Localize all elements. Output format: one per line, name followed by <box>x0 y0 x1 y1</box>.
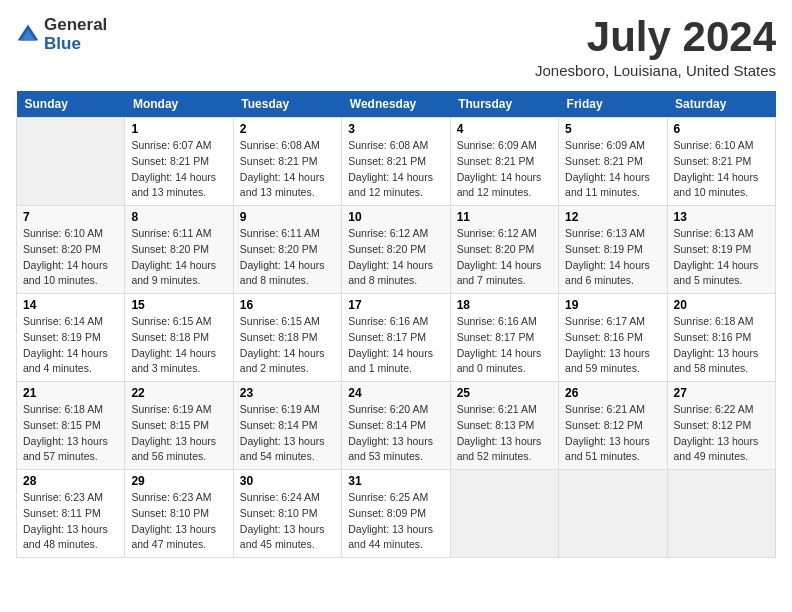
header-thursday: Thursday <box>450 91 558 118</box>
page-header: General Blue July 2024 Jonesboro, Louisi… <box>16 16 776 79</box>
day-number: 24 <box>348 386 443 400</box>
day-info: Sunrise: 6:09 AM Sunset: 8:21 PM Dayligh… <box>565 138 660 201</box>
calendar-cell <box>17 118 125 206</box>
day-number: 23 <box>240 386 335 400</box>
calendar-cell: 9Sunrise: 6:11 AM Sunset: 8:20 PM Daylig… <box>233 206 341 294</box>
calendar-cell: 21Sunrise: 6:18 AM Sunset: 8:15 PM Dayli… <box>17 382 125 470</box>
day-number: 28 <box>23 474 118 488</box>
calendar-cell: 19Sunrise: 6:17 AM Sunset: 8:16 PM Dayli… <box>559 294 667 382</box>
header-tuesday: Tuesday <box>233 91 341 118</box>
calendar-cell: 8Sunrise: 6:11 AM Sunset: 8:20 PM Daylig… <box>125 206 233 294</box>
day-info: Sunrise: 6:19 AM Sunset: 8:14 PM Dayligh… <box>240 402 335 465</box>
calendar-cell: 14Sunrise: 6:14 AM Sunset: 8:19 PM Dayli… <box>17 294 125 382</box>
day-number: 15 <box>131 298 226 312</box>
day-info: Sunrise: 6:15 AM Sunset: 8:18 PM Dayligh… <box>131 314 226 377</box>
day-number: 3 <box>348 122 443 136</box>
day-info: Sunrise: 6:09 AM Sunset: 8:21 PM Dayligh… <box>457 138 552 201</box>
calendar-cell: 24Sunrise: 6:20 AM Sunset: 8:14 PM Dayli… <box>342 382 450 470</box>
day-number: 17 <box>348 298 443 312</box>
day-number: 29 <box>131 474 226 488</box>
day-info: Sunrise: 6:20 AM Sunset: 8:14 PM Dayligh… <box>348 402 443 465</box>
header-saturday: Saturday <box>667 91 775 118</box>
logo-text: General Blue <box>44 16 107 53</box>
calendar-cell: 27Sunrise: 6:22 AM Sunset: 8:12 PM Dayli… <box>667 382 775 470</box>
week-row-1: 7Sunrise: 6:10 AM Sunset: 8:20 PM Daylig… <box>17 206 776 294</box>
day-info: Sunrise: 6:13 AM Sunset: 8:19 PM Dayligh… <box>565 226 660 289</box>
calendar-cell: 15Sunrise: 6:15 AM Sunset: 8:18 PM Dayli… <box>125 294 233 382</box>
day-info: Sunrise: 6:08 AM Sunset: 8:21 PM Dayligh… <box>240 138 335 201</box>
calendar-cell: 31Sunrise: 6:25 AM Sunset: 8:09 PM Dayli… <box>342 470 450 558</box>
day-info: Sunrise: 6:12 AM Sunset: 8:20 PM Dayligh… <box>457 226 552 289</box>
calendar-cell: 4Sunrise: 6:09 AM Sunset: 8:21 PM Daylig… <box>450 118 558 206</box>
calendar-cell: 17Sunrise: 6:16 AM Sunset: 8:17 PM Dayli… <box>342 294 450 382</box>
day-number: 12 <box>565 210 660 224</box>
day-number: 27 <box>674 386 769 400</box>
logo-blue: Blue <box>44 35 107 54</box>
title-area: July 2024 Jonesboro, Louisiana, United S… <box>535 16 776 79</box>
day-info: Sunrise: 6:21 AM Sunset: 8:12 PM Dayligh… <box>565 402 660 465</box>
day-number: 16 <box>240 298 335 312</box>
calendar-table: SundayMondayTuesdayWednesdayThursdayFrid… <box>16 91 776 558</box>
calendar-cell: 6Sunrise: 6:10 AM Sunset: 8:21 PM Daylig… <box>667 118 775 206</box>
calendar-cell: 13Sunrise: 6:13 AM Sunset: 8:19 PM Dayli… <box>667 206 775 294</box>
day-number: 1 <box>131 122 226 136</box>
day-info: Sunrise: 6:15 AM Sunset: 8:18 PM Dayligh… <box>240 314 335 377</box>
calendar-cell: 2Sunrise: 6:08 AM Sunset: 8:21 PM Daylig… <box>233 118 341 206</box>
logo-icon <box>16 23 40 47</box>
day-number: 8 <box>131 210 226 224</box>
day-number: 9 <box>240 210 335 224</box>
day-info: Sunrise: 6:13 AM Sunset: 8:19 PM Dayligh… <box>674 226 769 289</box>
day-number: 19 <box>565 298 660 312</box>
calendar-cell: 22Sunrise: 6:19 AM Sunset: 8:15 PM Dayli… <box>125 382 233 470</box>
day-info: Sunrise: 6:10 AM Sunset: 8:20 PM Dayligh… <box>23 226 118 289</box>
day-number: 18 <box>457 298 552 312</box>
calendar-cell <box>667 470 775 558</box>
day-info: Sunrise: 6:23 AM Sunset: 8:11 PM Dayligh… <box>23 490 118 553</box>
subtitle: Jonesboro, Louisiana, United States <box>535 62 776 79</box>
day-number: 10 <box>348 210 443 224</box>
day-number: 14 <box>23 298 118 312</box>
header-monday: Monday <box>125 91 233 118</box>
day-info: Sunrise: 6:18 AM Sunset: 8:15 PM Dayligh… <box>23 402 118 465</box>
day-info: Sunrise: 6:08 AM Sunset: 8:21 PM Dayligh… <box>348 138 443 201</box>
week-row-0: 1Sunrise: 6:07 AM Sunset: 8:21 PM Daylig… <box>17 118 776 206</box>
day-number: 5 <box>565 122 660 136</box>
day-number: 21 <box>23 386 118 400</box>
calendar-cell: 1Sunrise: 6:07 AM Sunset: 8:21 PM Daylig… <box>125 118 233 206</box>
day-number: 7 <box>23 210 118 224</box>
day-info: Sunrise: 6:23 AM Sunset: 8:10 PM Dayligh… <box>131 490 226 553</box>
day-info: Sunrise: 6:14 AM Sunset: 8:19 PM Dayligh… <box>23 314 118 377</box>
day-number: 22 <box>131 386 226 400</box>
day-info: Sunrise: 6:25 AM Sunset: 8:09 PM Dayligh… <box>348 490 443 553</box>
calendar-cell: 11Sunrise: 6:12 AM Sunset: 8:20 PM Dayli… <box>450 206 558 294</box>
calendar-cell: 26Sunrise: 6:21 AM Sunset: 8:12 PM Dayli… <box>559 382 667 470</box>
calendar-cell: 3Sunrise: 6:08 AM Sunset: 8:21 PM Daylig… <box>342 118 450 206</box>
calendar-cell: 29Sunrise: 6:23 AM Sunset: 8:10 PM Dayli… <box>125 470 233 558</box>
week-row-4: 28Sunrise: 6:23 AM Sunset: 8:11 PM Dayli… <box>17 470 776 558</box>
day-info: Sunrise: 6:24 AM Sunset: 8:10 PM Dayligh… <box>240 490 335 553</box>
day-number: 6 <box>674 122 769 136</box>
calendar-cell: 20Sunrise: 6:18 AM Sunset: 8:16 PM Dayli… <box>667 294 775 382</box>
calendar-cell: 30Sunrise: 6:24 AM Sunset: 8:10 PM Dayli… <box>233 470 341 558</box>
day-number: 2 <box>240 122 335 136</box>
day-info: Sunrise: 6:07 AM Sunset: 8:21 PM Dayligh… <box>131 138 226 201</box>
day-number: 25 <box>457 386 552 400</box>
day-number: 30 <box>240 474 335 488</box>
week-row-3: 21Sunrise: 6:18 AM Sunset: 8:15 PM Dayli… <box>17 382 776 470</box>
logo-general: General <box>44 16 107 35</box>
calendar-cell: 5Sunrise: 6:09 AM Sunset: 8:21 PM Daylig… <box>559 118 667 206</box>
day-info: Sunrise: 6:11 AM Sunset: 8:20 PM Dayligh… <box>240 226 335 289</box>
header-wednesday: Wednesday <box>342 91 450 118</box>
day-info: Sunrise: 6:16 AM Sunset: 8:17 PM Dayligh… <box>348 314 443 377</box>
header-friday: Friday <box>559 91 667 118</box>
main-title: July 2024 <box>535 16 776 58</box>
day-number: 20 <box>674 298 769 312</box>
calendar-cell: 18Sunrise: 6:16 AM Sunset: 8:17 PM Dayli… <box>450 294 558 382</box>
calendar-cell: 12Sunrise: 6:13 AM Sunset: 8:19 PM Dayli… <box>559 206 667 294</box>
calendar-cell <box>450 470 558 558</box>
calendar-cell: 28Sunrise: 6:23 AM Sunset: 8:11 PM Dayli… <box>17 470 125 558</box>
day-number: 31 <box>348 474 443 488</box>
day-info: Sunrise: 6:10 AM Sunset: 8:21 PM Dayligh… <box>674 138 769 201</box>
calendar-cell: 10Sunrise: 6:12 AM Sunset: 8:20 PM Dayli… <box>342 206 450 294</box>
day-info: Sunrise: 6:17 AM Sunset: 8:16 PM Dayligh… <box>565 314 660 377</box>
